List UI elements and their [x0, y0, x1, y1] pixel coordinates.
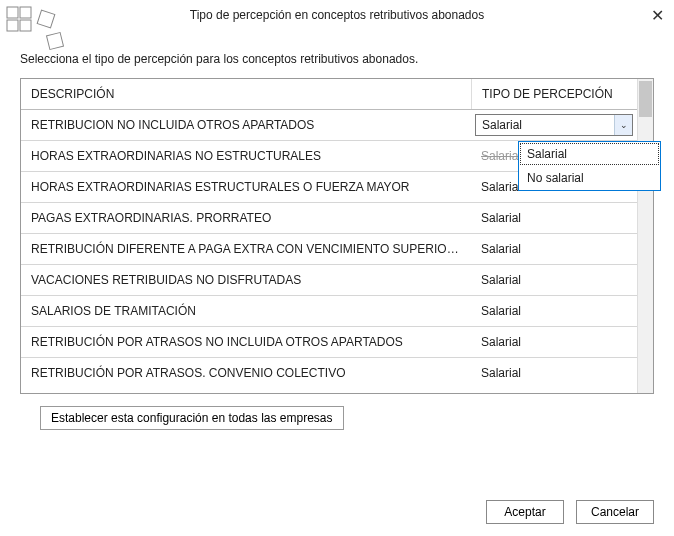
table-row: RETRIBUCIÓN POR ATRASOS NO INCLUIDA OTRO…	[21, 327, 637, 358]
cell-description: RETRIBUCIÓN POR ATRASOS. CONVENIO COLECT…	[21, 358, 471, 388]
svg-rect-1	[20, 7, 31, 18]
accept-button[interactable]: Aceptar	[486, 500, 564, 524]
concepts-table: DESCRIPCIÓN TIPO DE PERCEPCIÓN RETRIBUCI…	[20, 78, 654, 394]
cell-type: Salarial	[471, 358, 637, 388]
cell-description: RETRIBUCION NO INCLUIDA OTROS APARTADOS	[21, 110, 471, 140]
cell-description: PAGAS EXTRAORDINARIAS. PRORRATEO	[21, 203, 471, 233]
svg-rect-2	[7, 20, 18, 31]
type-dropdown[interactable]: Salarial No salarial	[518, 141, 661, 191]
svg-rect-0	[7, 7, 18, 18]
cell-description: HORAS EXTRAORDINARIAS NO ESTRUCTURALES	[21, 141, 471, 171]
svg-rect-3	[20, 20, 31, 31]
svg-rect-5	[47, 33, 64, 50]
table-row: VACACIONES RETRIBUIDAS NO DISFRUTADAS Sa…	[21, 265, 637, 296]
scrollbar[interactable]	[637, 79, 653, 393]
table-row: RETRIBUCIÓN DIFERENTE A PAGA EXTRA CON V…	[21, 234, 637, 265]
close-icon[interactable]: ✕	[651, 6, 664, 25]
scrollbar-thumb[interactable]	[639, 81, 652, 117]
table-row: RETRIBUCION NO INCLUIDA OTROS APARTADOS …	[21, 110, 637, 141]
col-description: DESCRIPCIÓN	[21, 79, 471, 109]
decor-icon	[4, 4, 74, 64]
table-row: PAGAS EXTRAORDINARIAS. PRORRATEO Salaria…	[21, 203, 637, 234]
table-row: RETRIBUCIÓN POR ATRASOS. CONVENIO COLECT…	[21, 358, 637, 388]
cell-description: HORAS EXTRAORDINARIAS ESTRUCTURALES O FU…	[21, 172, 471, 202]
table-header-row: DESCRIPCIÓN TIPO DE PERCEPCIÓN	[21, 79, 637, 110]
dialog-subtitle: Selecciona el tipo de percepción para lo…	[0, 22, 674, 78]
cell-type: Salarial	[471, 296, 637, 326]
svg-rect-4	[37, 10, 55, 28]
cell-description: SALARIOS DE TRAMITACIÓN	[21, 296, 471, 326]
cell-type: Salarial	[471, 327, 637, 357]
cell-description: VACACIONES RETRIBUIDAS NO DISFRUTADAS	[21, 265, 471, 295]
dropdown-option[interactable]: Salarial	[519, 142, 660, 166]
cell-type: Salarial	[481, 149, 521, 163]
cancel-button[interactable]: Cancelar	[576, 500, 654, 524]
apply-all-companies-button[interactable]: Establecer esta configuración en todas l…	[40, 406, 344, 430]
cell-description: RETRIBUCIÓN POR ATRASOS NO INCLUIDA OTRO…	[21, 327, 471, 357]
cell-type: Salarial	[471, 203, 637, 233]
cell-type: Salarial	[471, 234, 637, 264]
type-combobox[interactable]: Salarial ⌄	[475, 114, 633, 136]
col-type: TIPO DE PERCEPCIÓN	[471, 79, 637, 109]
combobox-value: Salarial	[476, 118, 614, 132]
dialog-title: Tipo de percepción en conceptos retribut…	[0, 0, 674, 22]
table-row: SALARIOS DE TRAMITACIÓN Salarial	[21, 296, 637, 327]
cell-type: Salarial	[471, 265, 637, 295]
dropdown-option[interactable]: No salarial	[519, 166, 660, 190]
cell-description: RETRIBUCIÓN DIFERENTE A PAGA EXTRA CON V…	[21, 234, 471, 264]
chevron-down-icon[interactable]: ⌄	[614, 115, 632, 135]
